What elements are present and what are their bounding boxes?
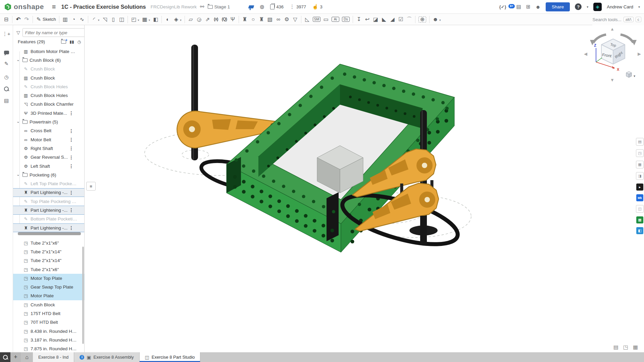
overflow-dots-icon[interactable]	[69, 146, 73, 151]
projection-grid-icon[interactable]: ▦	[633, 344, 638, 350]
tilt-down-arrow[interactable]: ▼	[610, 77, 614, 83]
measure-button[interactable]: ◺	[303, 16, 311, 23]
feature-row[interactable]: ✎ Crush Block	[13, 65, 84, 73]
tab-search-button[interactable]	[0, 352, 10, 362]
feature-list-toggle-button[interactable]: ⊟	[2, 16, 10, 23]
tab-exercise-8-ind[interactable]: Exercise 8 - Ind	[33, 352, 74, 362]
feature-row[interactable]: ✎ Crush Block Holes	[13, 82, 84, 91]
feature-row[interactable]: ♜ Part Lightening -...	[13, 223, 84, 232]
sketch-button[interactable]: ✎ Sketch	[35, 16, 57, 23]
eraser-button[interactable]: ◪	[371, 16, 380, 23]
insert-item-icon[interactable]: ⋮+	[2, 30, 10, 38]
app-sheets-icon[interactable]: ▦	[636, 216, 643, 223]
app-parts-icon[interactable]: ◳	[636, 149, 644, 157]
filter-tools-button[interactable]: ▽	[291, 16, 299, 23]
plane-button[interactable]: ▱	[187, 16, 195, 23]
share-button[interactable]: Share	[546, 2, 570, 11]
part-row[interactable]: ◳ Crush Block	[13, 300, 84, 309]
app-mkcad-icon[interactable]: Mk	[636, 194, 643, 201]
validate-button[interactable]: ☑	[397, 16, 405, 23]
help-icon[interactable]: ?	[575, 3, 582, 10]
part-row[interactable]: ◳ 7.875 in. Rounded Hex ...	[13, 345, 84, 352]
feature-row[interactable]: Powertrain (5)	[13, 117, 84, 126]
chevron-down-icon[interactable]	[149, 16, 150, 22]
chevron-down-icon[interactable]	[98, 16, 100, 22]
shell-button[interactable]: ▯	[109, 16, 117, 23]
3d-model-canvas[interactable]	[85, 25, 644, 352]
fillet-button[interactable]: ◜	[90, 15, 101, 23]
create-folder-icon[interactable]	[61, 40, 66, 44]
part-row[interactable]: ◳ 70T HTD Belt	[13, 318, 84, 327]
feature-row[interactable]: ✎ Left Top Plate Pocketing	[13, 179, 84, 188]
tape-measure-button[interactable]: ▭	[322, 16, 330, 23]
feature-row[interactable]: Ψ 3D Printed Mate...	[13, 109, 84, 117]
app-panel-icon[interactable]: ◧	[636, 227, 643, 234]
tab-exercise-8-assembly[interactable]: ▣ Exercise 8 Assembly	[74, 352, 139, 362]
overflow-dots-icon[interactable]	[69, 137, 73, 142]
rotate-left-step-arrow[interactable]: ◀	[584, 51, 587, 56]
feature-row[interactable]: ⚙ Gear Reversal S...	[13, 153, 84, 162]
mate-connector-button[interactable]: Ψ	[229, 16, 237, 23]
overflow-dots-icon[interactable]	[69, 110, 73, 116]
app-print-icon[interactable]: ▦	[636, 161, 644, 168]
feature-row[interactable]: ∞ Cross Belt	[13, 126, 84, 135]
part-row[interactable]: ◳ 3.187 in. Rounded Hex ...	[13, 335, 84, 344]
part-row[interactable]: ◳ Motor Top Plate	[13, 274, 84, 282]
filter-funnel-icon[interactable]: ▽	[16, 30, 20, 35]
part-row[interactable]: ◳ Motor Plate	[13, 292, 84, 300]
corner-button[interactable]: ◣	[380, 16, 388, 23]
boolean-button[interactable]: ◐	[163, 16, 172, 23]
feature-row[interactable]: ✎ Bottom Plate Pocketing...	[13, 215, 84, 223]
sweep-button[interactable]: ∿	[78, 16, 86, 23]
learning-center-icon[interactable]: ☻	[535, 4, 541, 10]
likes-stat[interactable]: ☝ 3	[312, 4, 323, 10]
overflow-dots-icon[interactable]	[69, 225, 73, 230]
part-row[interactable]: ◳ Tube 2"x1"x6"	[13, 265, 84, 274]
feature-row[interactable]: ∞ Motor Belt	[13, 135, 84, 144]
onshape-logo[interactable]: onshape	[4, 3, 44, 11]
wedge-button[interactable]: ◢	[388, 16, 397, 23]
appearance-button[interactable]: ▧	[266, 16, 274, 23]
feature-row[interactable]: ▥ Crush Block Holes	[13, 91, 84, 100]
tasks-icon[interactable]: ▤	[516, 4, 521, 10]
user-caret-icon[interactable]: ▾	[638, 5, 640, 9]
chevron-down-icon[interactable]	[16, 119, 20, 124]
chevron-down-icon[interactable]	[180, 16, 182, 22]
snapshot-icon[interactable]: ▤	[613, 344, 618, 350]
overflow-dots-icon[interactable]	[69, 128, 73, 134]
part-row[interactable]: ◳ Gear Swap Top Plate	[13, 282, 84, 291]
ai-button[interactable]: Ai	[330, 16, 341, 23]
properties-icon[interactable]: ▤	[2, 97, 10, 105]
tilt-up-arrow[interactable]: ▲	[610, 27, 614, 32]
export-button[interactable]: ↧	[355, 16, 363, 23]
feature-row[interactable]: ▥ Crush Block	[13, 73, 84, 82]
part-row[interactable]: ◳ Tube 2"x1"x14"	[13, 256, 84, 265]
revolve-button[interactable]: ◔	[69, 16, 78, 23]
insert-frame-button[interactable]: ⊕	[417, 15, 428, 23]
custom-feature-2-button[interactable]: ♜	[257, 16, 266, 23]
avatar[interactable]: ◈	[593, 3, 602, 11]
overflow-dots-icon[interactable]	[69, 190, 73, 195]
chevron-down-icon[interactable]	[439, 16, 441, 22]
suspend-icon[interactable]: ▮▮	[69, 40, 74, 44]
lookup-table-button[interactable]: (Q)	[220, 16, 229, 22]
drawing-standard-button[interactable]: Ds	[341, 16, 351, 23]
feature-row[interactable]: ⚙ Right Shaft	[13, 144, 84, 153]
feature-row[interactable]: ▥ Bottom Motor Plate Ext...	[13, 47, 84, 56]
filter-input[interactable]	[22, 28, 85, 37]
history-icon[interactable]: ◷	[2, 73, 10, 81]
variable-button[interactable]: (x)	[212, 16, 220, 22]
chevron-down-icon[interactable]	[16, 172, 20, 177]
draft-button[interactable]: ◫	[117, 16, 126, 23]
help-caret-icon[interactable]: ▾	[587, 5, 588, 9]
link-icon[interactable]: ⚯	[200, 4, 204, 10]
part-row[interactable]: ◳ Tube 2"x1"x6"	[13, 239, 84, 247]
overflow-dots-icon[interactable]	[69, 155, 73, 160]
rotate-right-step-arrow[interactable]: ▶	[638, 51, 641, 56]
app-cam-icon[interactable]: ◨	[636, 172, 644, 180]
split-button[interactable]: ◈	[172, 15, 183, 23]
app-store-icon[interactable]: ⊞	[526, 4, 531, 10]
sphere-button[interactable]: ○	[249, 16, 257, 23]
hook-button[interactable]: ↩	[363, 16, 371, 23]
assistant-button[interactable]: ☻	[431, 15, 442, 23]
